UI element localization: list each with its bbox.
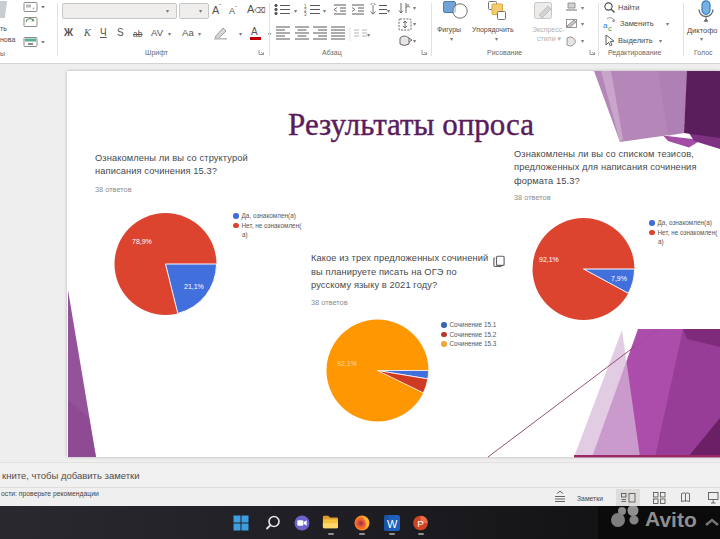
- svg-text:7,9%: 7,9%: [611, 275, 627, 282]
- svg-text:P: P: [417, 518, 424, 529]
- svg-text:78,9%: 78,9%: [132, 238, 152, 245]
- svg-text:W: W: [387, 518, 398, 530]
- svg-text:92,1%: 92,1%: [337, 360, 357, 367]
- svg-text:Заметки: Заметки: [577, 495, 603, 502]
- svg-text:Avito: Avito: [645, 507, 697, 530]
- svg-text:92,1%: 92,1%: [539, 256, 559, 263]
- svg-text:21,1%: 21,1%: [184, 283, 204, 290]
